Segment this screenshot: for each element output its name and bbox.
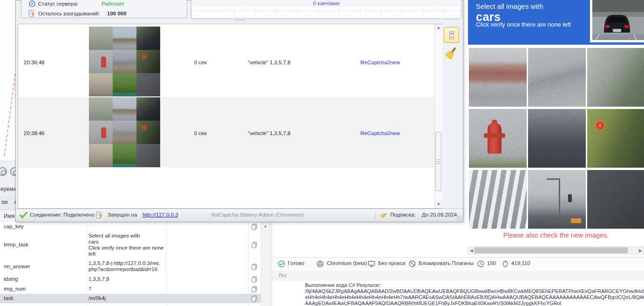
table-scrollbar[interactable]: ▲ ▼ — [434, 24, 442, 208]
copy-icon[interactable] — [251, 286, 258, 293]
server-url-link[interactable]: http://127.0.0.3 — [142, 212, 178, 218]
statusbar-divider — [375, 211, 376, 219]
solved-captcha-table: 20:36:48 0 сек "vehicle" 1,3,5,7,8 ReCap… — [18, 24, 442, 209]
variable-row-partial[interactable] — [0, 303, 261, 306]
log-line: Выполнение кода C# Результат: — [305, 282, 381, 288]
captcha-tile-7[interactable] — [469, 170, 527, 229]
remaining-label: Осталось разгадываний: — [38, 11, 100, 16]
ready-status — [278, 260, 287, 268]
scrollbar-thumb[interactable] — [435, 132, 441, 191]
variables-scrollbar[interactable]: ▲ — [261, 211, 270, 306]
captcha-tile-4[interactable] — [469, 109, 527, 168]
scrollbar-thumb[interactable] — [474, 247, 628, 253]
captcha-row[interactable]: 20:38:46 0 сек "vehicle" 1,3,5,7,8 ReCap… — [18, 97, 434, 168]
solve-duration: 0 сек — [194, 60, 207, 65]
copy-icon[interactable] — [251, 263, 258, 271]
key-icon — [380, 211, 388, 219]
variable-row-selected[interactable]: task /m/0k4j — [0, 294, 261, 304]
browser-view: Select all images with cars Click verify… — [463, 0, 644, 257]
copy-icon[interactable] — [251, 223, 258, 231]
connection-check-icon — [20, 211, 27, 218]
xevil-window: Статус сервера: Работает Осталось разгад… — [15, 0, 463, 222]
captcha-tile-3[interactable] — [587, 48, 644, 107]
clear-log-broom-icon[interactable] — [446, 46, 458, 59]
captcha-tile-2[interactable] — [528, 48, 586, 107]
new-images-notice: Please also check the new images. — [468, 231, 644, 239]
monitor-icon — [368, 260, 378, 268]
status-toolbar: Готово Chromium (beta) Без прокси Блокир… — [272, 257, 644, 271]
slider-toggle-icon — [449, 31, 454, 39]
variable-row[interactable]: cap_key — [0, 222, 261, 232]
recaptcha-image-grid — [469, 48, 644, 229]
captcha-rate-label: 0 капч/мин — [191, 0, 461, 6]
block-icon — [409, 260, 418, 268]
captcha-type: ReCaptcha2new — [360, 130, 400, 136]
orange-sign-shape — [571, 218, 581, 223]
ready-check-icon — [278, 260, 285, 267]
clock-icon — [477, 260, 487, 268]
lamp-pole-shape — [559, 178, 560, 215]
resize-grip[interactable] — [457, 216, 461, 220]
variable-row[interactable]: idstrig 1,3,5,7,8 — [0, 275, 261, 285]
gear-icon[interactable] — [0, 167, 7, 176]
mouse-icon — [502, 260, 510, 268]
copy-icon[interactable] — [251, 276, 258, 283]
server-status-label: Статус сервера: — [38, 1, 78, 7]
log-line: AAAgEDAwIEAwUFBAQAAAF9AQIDAAQRBRIhMUEGE1… — [305, 300, 561, 306]
captcha-row[interactable]: 20:36:48 0 сек "vehicle" 1,3,5,7,8 ReCap… — [18, 26, 434, 97]
variable-row[interactable]: rm_answer 1,3,5,7,8-|-http://127.0.0.3/r… — [0, 259, 261, 275]
red-traffic-light-shape — [597, 122, 603, 129]
copy-icon[interactable] — [251, 295, 258, 302]
splitter-handle[interactable]: •••• — [235, 18, 246, 23]
running-label: Запущен на — [108, 212, 137, 218]
scroll-left-arrow[interactable]: ◀ — [470, 248, 473, 254]
connection-status: Соединение: Подключено — [30, 212, 95, 218]
table-side-toolbar — [442, 24, 463, 209]
document-bolt-icon — [96, 211, 103, 218]
sample-car-image — [590, 0, 644, 42]
scroll-up-arrow[interactable]: ▲ — [262, 223, 269, 230]
flow-connector-line — [4, 69, 16, 156]
solve-time: 20:38:46 — [24, 130, 45, 136]
captcha-tile-1[interactable] — [469, 48, 527, 107]
solve-time: 20:36:48 — [24, 60, 45, 65]
captcha-tile-5[interactable] — [528, 109, 586, 168]
scroll-right-arrow[interactable]: ▶ — [639, 248, 642, 254]
block-plugins-label: Блокировать Плагины — [419, 260, 474, 268]
rate-chart-groupbox: 0 капч/мин — [191, 0, 462, 19]
log-output[interactable]: Выполнение кода C# Результат: /9j/4AAQSk… — [272, 281, 644, 306]
log-header: Лог — [272, 271, 644, 281]
variable-row[interactable]: temp_task Select all images with cars Cl… — [0, 231, 261, 259]
solve-answer: "vehicle" 1,3,5,7,8 — [248, 60, 291, 65]
captcha-tile-8[interactable] — [528, 170, 586, 229]
proxy-label: Без прокси — [378, 260, 406, 268]
status-icon — [29, 0, 35, 7]
horizontal-scrollbar[interactable]: ◀ ▶ — [468, 246, 644, 254]
server-status-value: Работает — [102, 1, 124, 7]
copy-icon[interactable] — [251, 241, 258, 249]
captcha-tile-9[interactable] — [587, 170, 644, 229]
subscription-label: Подписка: — [390, 212, 415, 218]
rate-chart — [193, 7, 460, 17]
remaining-value: 100 000 — [107, 11, 127, 16]
autoscroll-toggle-button[interactable] — [444, 27, 459, 43]
subscription-value: До 20.09.2024 — [422, 212, 457, 218]
screenshot-root: еремен ои А Имя cap_key temp_task Select… — [0, 0, 644, 306]
document-bolt-icon — [28, 10, 36, 17]
column-divider — [86, 222, 87, 306]
log-line: eHh4eHh4eHh4eHh4eHh4eHh4eHh4eHh7/wAARCAE… — [305, 294, 644, 300]
column-divider — [248, 222, 249, 306]
scroll-down-arrow[interactable]: ▼ — [435, 201, 442, 208]
scroll-up-arrow[interactable]: ▲ — [435, 24, 442, 32]
tab-own-variables[interactable]: ои — [1, 199, 7, 205]
variable-row[interactable]: img_num 7 — [0, 285, 261, 294]
traffic-light-shape — [568, 194, 572, 202]
fire-hydrant-shape — [488, 123, 502, 154]
variables-table: Имя cap_key temp_task Select all images … — [0, 211, 261, 306]
chromium-icon — [317, 260, 326, 268]
lamp-arm-shape — [547, 178, 560, 180]
log-line: /9j/4AAQSkZJRgABAgAAAQABAAD/2wBDAAUDBAQE… — [305, 288, 644, 294]
solve-duration: 0 сек — [194, 130, 207, 136]
captcha-thumbnail — [89, 27, 160, 96]
captcha-tile-6[interactable] — [587, 109, 644, 168]
